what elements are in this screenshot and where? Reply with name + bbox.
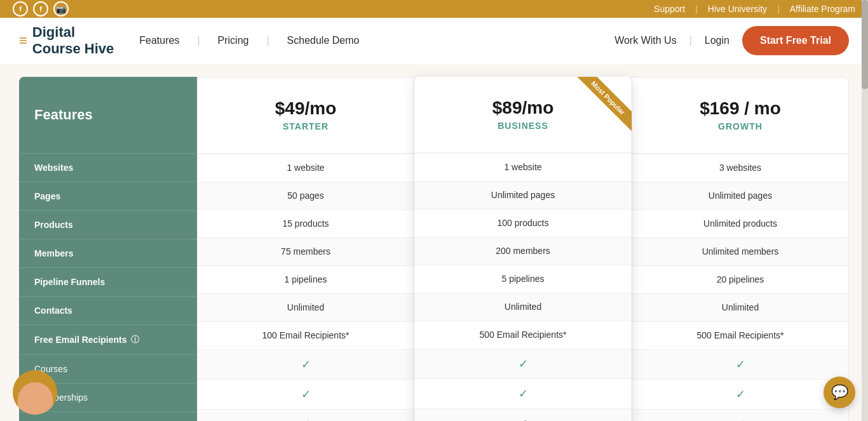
info-icon: ⓘ bbox=[131, 334, 139, 345]
scrollbar-track[interactable] bbox=[862, 0, 868, 421]
nav-right-sep: | bbox=[689, 35, 692, 46]
nav-pricing[interactable]: Pricing bbox=[218, 35, 249, 46]
business-row-6: 500 Email Recipients* bbox=[414, 321, 632, 349]
starter-row-6: 100 Email Recipients* bbox=[198, 321, 414, 349]
login-link[interactable]: Login bbox=[705, 35, 729, 46]
top-sep-2: | bbox=[777, 4, 780, 14]
feature-row-websites: Websites bbox=[19, 153, 197, 182]
starter-plan-column: $49/mo STARTER 1 website 50 pages 15 pro… bbox=[197, 77, 414, 421]
starter-price: $49/mo bbox=[275, 98, 337, 119]
starter-name: STARTER bbox=[283, 121, 329, 131]
main-nav: Features | Pricing | Schedule Demo bbox=[139, 35, 614, 46]
growth-row-4: 20 pipelines bbox=[632, 265, 848, 293]
starter-row-0: 1 website bbox=[198, 154, 414, 182]
business-row-3: 200 members bbox=[414, 237, 632, 265]
starter-row-9: ✓ bbox=[198, 409, 414, 421]
check-icon: ✓ bbox=[519, 417, 528, 421]
instagram-icon[interactable]: 📷 bbox=[53, 1, 69, 17]
business-row-9: ✓ bbox=[414, 408, 632, 421]
starter-row-3: 75 members bbox=[198, 237, 414, 265]
business-name: BUSINESS bbox=[498, 121, 548, 131]
growth-row-9: ✓ bbox=[632, 409, 848, 421]
scrollbar-thumb[interactable] bbox=[862, 0, 868, 89]
nav-sep-2: | bbox=[266, 35, 269, 46]
growth-row-6: 500 Email Recipients* bbox=[632, 321, 848, 349]
top-bar: f f 📷 Support | Hive University | Affili… bbox=[0, 0, 868, 18]
feature-row-pages: Pages bbox=[19, 182, 197, 210]
business-row-4: 5 pipelines bbox=[414, 265, 632, 293]
start-free-trial-button[interactable]: Start Free Trial bbox=[742, 26, 849, 55]
pricing-wrapper: Features Websites Pages Products Members… bbox=[0, 64, 868, 421]
growth-row-3: Unlimited members bbox=[632, 237, 848, 265]
check-icon: ✓ bbox=[301, 387, 311, 401]
growth-row-7: ✓ bbox=[632, 349, 848, 379]
growth-name: GROWTH bbox=[718, 121, 763, 131]
starter-row-7: ✓ bbox=[198, 349, 414, 379]
growth-plan-header: $169 / mo GROWTH bbox=[632, 77, 848, 154]
popular-badge: Most Popular bbox=[568, 77, 632, 140]
growth-row-8: ✓ bbox=[632, 379, 848, 409]
feature-row-contacts: Contacts bbox=[19, 296, 197, 324]
chat-bubble[interactable]: 💬 bbox=[824, 377, 855, 408]
starter-row-1: 50 pages bbox=[198, 182, 414, 210]
logo-icon: ≡ bbox=[19, 34, 27, 48]
work-with-us-link[interactable]: Work With Us bbox=[614, 35, 676, 46]
popular-badge-text: Most Popular bbox=[574, 77, 632, 132]
growth-price: $169 / mo bbox=[700, 98, 781, 119]
top-sep-1: | bbox=[695, 4, 698, 14]
check-icon: ✓ bbox=[519, 387, 528, 401]
feature-row-products: Products bbox=[19, 210, 197, 239]
business-row-0: 1 website bbox=[414, 153, 632, 181]
hive-university-link[interactable]: Hive University bbox=[708, 4, 767, 14]
business-price: $89/mo bbox=[492, 98, 554, 118]
logo-text: DigitalCourse Hive bbox=[32, 24, 114, 58]
nav-schedule-demo[interactable]: Schedule Demo bbox=[287, 35, 360, 46]
affiliate-link[interactable]: Affiliate Program bbox=[790, 4, 855, 14]
feature-row-pipeline-funnels: Pipeline Funnels bbox=[19, 267, 197, 296]
starter-row-8: ✓ bbox=[198, 379, 414, 409]
check-icon: ✓ bbox=[736, 387, 745, 401]
feature-row-transaction-fees: 0% Transaction Fees bbox=[19, 411, 197, 421]
facebook-icon-1[interactable]: f bbox=[13, 1, 28, 17]
check-icon: ✓ bbox=[301, 358, 311, 371]
growth-row-5: Unlimited bbox=[632, 293, 848, 321]
check-icon: ✓ bbox=[736, 417, 745, 421]
feature-row-email-recipients: Free Email Recipients ⓘ bbox=[19, 324, 197, 354]
pricing-table: Features Websites Pages Products Members… bbox=[19, 77, 849, 421]
starter-plan-header: $49/mo STARTER bbox=[198, 77, 414, 154]
business-plan-column: Most Popular $89/mo BUSINESS 1 website U… bbox=[414, 77, 632, 421]
support-link[interactable]: Support bbox=[654, 4, 685, 14]
business-row-8: ✓ bbox=[414, 378, 632, 408]
starter-row-2: 15 products bbox=[198, 210, 414, 237]
features-header: Features bbox=[19, 77, 197, 153]
business-row-5: Unlimited bbox=[414, 293, 632, 321]
starter-row-5: Unlimited bbox=[198, 293, 414, 321]
check-icon: ✓ bbox=[736, 358, 745, 371]
avatar-face bbox=[18, 382, 53, 415]
logo[interactable]: ≡ DigitalCourse Hive bbox=[19, 24, 114, 58]
business-row-7: ✓ bbox=[414, 349, 632, 378]
business-row-2: 100 products bbox=[414, 209, 632, 237]
chat-icon: 💬 bbox=[831, 384, 848, 401]
growth-plan-column: $169 / mo GROWTH 3 websites Unlimited pa… bbox=[632, 77, 849, 421]
feature-column: Features Websites Pages Products Members… bbox=[19, 77, 197, 421]
avatar bbox=[13, 370, 57, 415]
growth-row-2: Unlimited products bbox=[632, 210, 848, 237]
nav-sep-1: | bbox=[197, 35, 200, 46]
check-icon: ✓ bbox=[519, 357, 528, 371]
starter-row-4: 1 pipelines bbox=[198, 265, 414, 293]
nav-right: Work With Us | Login Start Free Trial bbox=[614, 26, 849, 55]
nav-features[interactable]: Features bbox=[139, 35, 179, 46]
growth-row-1: Unlimited pages bbox=[632, 182, 848, 210]
growth-row-0: 3 websites bbox=[632, 154, 848, 182]
check-icon: ✓ bbox=[301, 417, 311, 421]
business-row-1: Unlimited pages bbox=[414, 181, 632, 209]
feature-row-members: Members bbox=[19, 239, 197, 267]
header: ≡ DigitalCourse Hive Features | Pricing … bbox=[0, 18, 868, 64]
facebook-icon-2[interactable]: f bbox=[33, 1, 48, 17]
